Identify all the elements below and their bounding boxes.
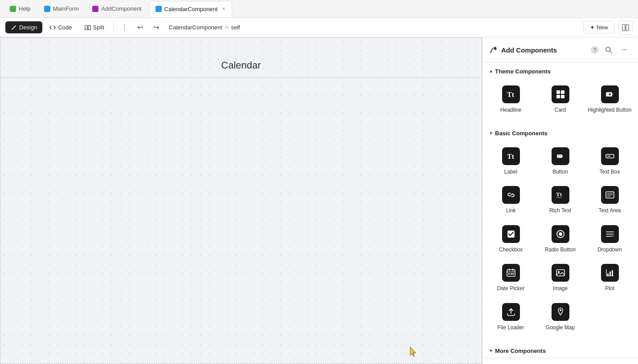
svg-text:Tt: Tt <box>507 153 515 160</box>
design-button[interactable]: Design <box>5 21 42 33</box>
design-label: Design <box>19 24 37 31</box>
link-label: Link <box>506 207 515 214</box>
card-icon <box>552 85 569 103</box>
breadcrumb-self: self <box>231 24 240 31</box>
canvas-dashed-separator <box>0 77 482 78</box>
text-area-label: Text Area <box>598 207 621 214</box>
component-item-dropdown[interactable]: Dropdown <box>585 220 634 259</box>
svg-point-45 <box>560 309 561 311</box>
component-item-card[interactable]: Card <box>536 80 585 119</box>
component-item-highlighted-button[interactable]: Highlighted Button <box>585 80 634 119</box>
more-section-title: More Components <box>495 348 546 354</box>
basic-components-grid: Tt Label Button <box>483 140 638 342</box>
canvas-title: Calendar <box>221 60 261 71</box>
plot-icon <box>601 264 619 282</box>
more-options-button[interactable]: ⋮ <box>117 20 131 35</box>
layout-toggle-button[interactable] <box>618 20 633 35</box>
tab-addcomponent[interactable]: AddComponent <box>86 1 147 17</box>
search-icon <box>605 46 612 53</box>
text-area-icon <box>601 186 619 204</box>
basic-chevron-icon: ▾ <box>490 130 492 136</box>
svg-rect-38 <box>556 270 564 276</box>
tab-help[interactable]: Help <box>4 1 37 17</box>
tab-icon-addcomponent <box>92 6 98 12</box>
component-item-rich-text[interactable]: Tt Rich Text <box>536 181 585 220</box>
tab-mainform[interactable]: MainForm <box>38 1 86 17</box>
svg-rect-36 <box>511 273 512 275</box>
tab-icon-mainform <box>44 6 50 12</box>
breadcrumb: CalendarComponent > self <box>169 24 240 31</box>
svg-line-4 <box>491 49 493 53</box>
label-icon: Tt <box>502 147 520 165</box>
toolbar-divider-1 <box>113 22 114 33</box>
tab-icon-help <box>10 6 16 12</box>
canvas[interactable]: Calendar <box>0 37 482 364</box>
headline-icon: Tt <box>502 85 520 103</box>
tab-icon-calendar <box>155 6 162 12</box>
file-loader-icon <box>502 303 520 321</box>
component-item-label[interactable]: Tt Label <box>486 142 536 181</box>
svg-text:Tt: Tt <box>507 91 515 98</box>
button-label: Button <box>552 169 568 176</box>
new-label: ✦ New <box>590 24 608 31</box>
component-item-google-map[interactable]: Google Map <box>536 298 585 337</box>
svg-rect-35 <box>508 273 510 275</box>
more-section-header[interactable]: ▾ More Components <box>483 342 638 358</box>
tab-close-icon[interactable]: × <box>222 6 225 12</box>
design-icon <box>11 24 17 31</box>
text-box-icon <box>601 147 619 165</box>
component-item-headline[interactable]: Tt Headline <box>486 80 536 119</box>
radio-button-icon <box>552 225 569 243</box>
toolbar-right: ✦ New <box>583 20 633 35</box>
panel-search-button[interactable] <box>602 44 615 56</box>
code-icon <box>49 24 56 31</box>
undo-button[interactable]: ↩ <box>133 20 147 35</box>
component-item-radio-button[interactable]: Radio Button <box>536 220 585 259</box>
theme-section-header[interactable]: ▾ Theme Components <box>483 63 638 78</box>
svg-rect-11 <box>561 95 564 98</box>
panel-close-button[interactable]: − <box>618 44 631 56</box>
dropdown-icon <box>601 225 619 243</box>
basic-section-header[interactable]: ▾ Basic Components <box>483 125 638 140</box>
component-item-checkbox[interactable]: Checkbox <box>486 220 536 259</box>
theme-section-title: Theme Components <box>495 68 551 75</box>
date-picker-label: Date Picker <box>497 285 524 292</box>
component-item-image[interactable]: Image <box>536 259 585 298</box>
code-label: Code <box>58 24 72 31</box>
tab-calendarcomponent[interactable]: CalendarComponent × <box>149 1 232 17</box>
svg-rect-1 <box>88 25 90 30</box>
tab-calendarcomponent-label: CalendarComponent <box>164 6 218 12</box>
new-button[interactable]: ✦ New <box>583 21 615 34</box>
component-item-file-loader[interactable]: File Loader <box>486 298 536 337</box>
text-box-label: Text Box <box>599 169 620 176</box>
theme-components-grid: Tt Headline Card <box>483 78 638 125</box>
component-item-text-box[interactable]: Text Box <box>585 142 634 181</box>
google-map-label: Google Map <box>546 324 575 332</box>
svg-rect-43 <box>609 271 611 276</box>
svg-rect-0 <box>85 25 87 30</box>
component-item-date-picker[interactable]: Date Picker <box>486 259 536 298</box>
component-item-button[interactable]: Button <box>536 142 585 181</box>
file-loader-label: File Loader <box>497 324 524 332</box>
canvas-border <box>0 37 482 364</box>
card-label: Card <box>554 107 566 114</box>
tab-mainform-label: MainForm <box>53 5 79 12</box>
svg-rect-31 <box>507 270 515 276</box>
svg-rect-8 <box>556 90 560 94</box>
panel-help-icon[interactable]: ? <box>591 46 599 54</box>
svg-rect-10 <box>556 95 560 98</box>
code-button[interactable]: Code <box>44 21 77 33</box>
plot-label: Plot <box>605 285 614 292</box>
more-chevron-icon: ▾ <box>490 348 492 354</box>
component-item-link[interactable]: Link <box>486 181 536 220</box>
redo-button[interactable]: ↪ <box>149 20 164 35</box>
component-item-text-area[interactable]: Text Area <box>585 181 634 220</box>
component-item-plot[interactable]: Plot <box>585 259 634 298</box>
bottom-components-bar: Components ? + <box>483 358 638 364</box>
panel-title: Add Components <box>501 46 587 54</box>
split-button[interactable]: Split <box>79 21 110 33</box>
rich-text-label: Rich Text <box>549 207 571 214</box>
highlighted-button-icon <box>601 85 619 103</box>
image-label: Image <box>553 285 568 292</box>
main-area: Calendar Add Components ? − <box>0 37 638 364</box>
